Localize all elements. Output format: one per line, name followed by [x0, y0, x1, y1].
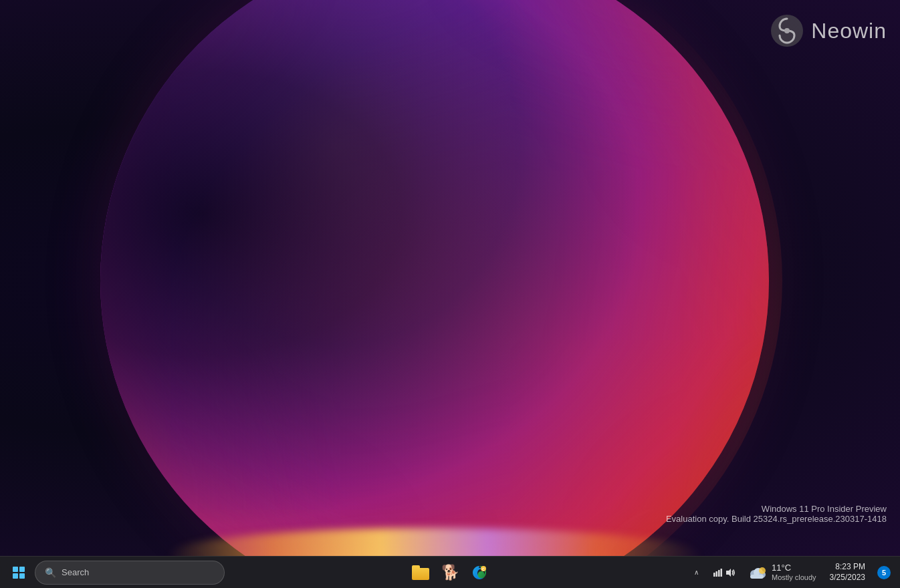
desktop-wallpaper: Neowin Windows 11 Pro Insider Preview Ev… [0, 0, 900, 557]
svg-rect-6 [718, 570, 720, 577]
notification-count-badge: 5 [877, 566, 891, 579]
notification-center-button[interactable]: 5 [873, 562, 895, 583]
weather-temperature: 11°C [772, 563, 816, 573]
neowin-watermark: Neowin [770, 13, 887, 48]
edge-canary-icon: C [471, 564, 488, 581]
svg-rect-12 [750, 575, 764, 579]
build-info-line1: Windows 11 Pro Insider Preview [666, 504, 887, 514]
win-logo-quad-br [19, 573, 25, 579]
system-tray-icons[interactable] [710, 561, 738, 585]
taskbar-app-file-explorer[interactable] [407, 559, 434, 586]
planet-glow [87, 0, 782, 557]
svg-rect-4 [713, 573, 715, 577]
taskbar-center-section: 🐕 C [407, 559, 493, 586]
search-bar[interactable]: 🔍 Search [35, 561, 225, 585]
taskbar-app-character[interactable]: 🐕 [437, 559, 463, 586]
win-logo-quad-tr [19, 567, 25, 572]
svg-rect-7 [720, 569, 722, 577]
svg-text:C: C [482, 567, 485, 571]
weather-widget[interactable]: 11°C Mostly cloudy [742, 561, 822, 585]
clock-date: 3/25/2023 [830, 573, 865, 583]
weather-description: Mostly cloudy [772, 573, 816, 582]
build-info-line2: Evaluation copy. Build 25324.rs_prerelea… [666, 514, 887, 524]
show-hidden-icons-button[interactable]: ∧ [687, 561, 706, 585]
planet-visual [100, 0, 769, 557]
taskbar-app-edge-canary[interactable]: C [466, 559, 493, 586]
weather-cloud-icon [748, 565, 766, 580]
win-logo-quad-tl [13, 567, 18, 572]
win-logo-quad-bl [13, 573, 18, 579]
svg-point-1 [784, 28, 790, 33]
clock-time: 8:23 PM [835, 562, 865, 573]
search-icon: 🔍 [45, 567, 56, 578]
start-button[interactable] [5, 559, 32, 586]
chevron-up-icon: ∧ [694, 569, 699, 576]
network-icon [713, 567, 723, 578]
svg-point-13 [759, 567, 766, 574]
character-app-icon: 🐕 [441, 564, 459, 581]
folder-body [412, 568, 429, 580]
neowin-logo-icon [770, 13, 804, 48]
weather-info: 11°C Mostly cloudy [772, 563, 816, 582]
taskbar-right-section: ∧ [687, 561, 895, 585]
clock-widget[interactable]: 8:23 PM 3/25/2023 [826, 561, 869, 585]
svg-marker-8 [726, 569, 731, 577]
search-label-text: Search [62, 567, 215, 577]
svg-rect-5 [715, 571, 717, 577]
volume-icon [725, 567, 736, 578]
neowin-brand-text: Neowin [811, 19, 887, 43]
build-info-block: Windows 11 Pro Insider Preview Evaluatio… [666, 504, 887, 524]
folder-icon [412, 565, 429, 580]
windows-logo-icon [13, 567, 25, 579]
taskbar: 🔍 Search 🐕 [0, 556, 900, 588]
taskbar-left-section: 🔍 Search [5, 559, 225, 586]
